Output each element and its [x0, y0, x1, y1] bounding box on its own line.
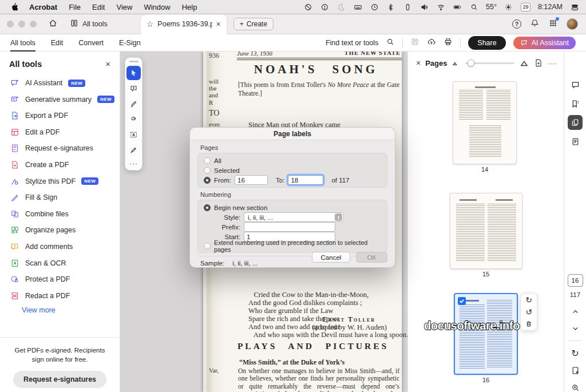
toolbar-tab-edit[interactable]: Edit [51, 34, 64, 52]
zoom-in-icon[interactable] [568, 380, 583, 392]
request-esignatures-button[interactable]: Request e-signatures [13, 371, 106, 388]
volume-icon[interactable] [419, 2, 429, 11]
minimize-window-button[interactable] [18, 21, 25, 27]
radio-all-pages[interactable] [204, 157, 211, 164]
view-more-link[interactable]: View more [22, 306, 116, 314]
sidebar-item-combine-files[interactable]: Combine files [8, 208, 116, 220]
highlight-tool-button[interactable] [126, 97, 141, 111]
moon-icon[interactable] [336, 2, 346, 11]
calendar-icon[interactable]: 29 [521, 3, 530, 11]
delete-page-icon[interactable] [525, 320, 533, 328]
upload-cloud-icon[interactable] [427, 37, 436, 48]
search-icon[interactable] [386, 37, 395, 48]
user-switch-icon[interactable] [570, 2, 579, 11]
ai-assistant-button[interactable]: AI Assistant [513, 37, 576, 49]
sidebar-item-fill-sign[interactable]: Fill & Sign [8, 191, 116, 204]
current-page-input[interactable]: 16 [568, 274, 583, 287]
thumbnail-checkbox[interactable] [458, 297, 466, 305]
zoom-out-thumbnails-icon[interactable] [452, 60, 460, 67]
toolbar-tab-esign[interactable]: E-Sign [119, 34, 141, 52]
spotlight-search-icon[interactable] [469, 2, 478, 11]
sidebar-item-edit-pdf[interactable]: Edit a PDF [8, 126, 116, 138]
radio-begin-new-section[interactable] [204, 204, 211, 211]
radio-extend-numbering[interactable] [204, 243, 211, 250]
drag-handle[interactable] [129, 61, 138, 62]
select-tool-button[interactable] [126, 66, 141, 80]
menu-window[interactable]: Window [144, 3, 170, 11]
prefix-input[interactable] [244, 222, 335, 232]
bookmarks-panel-icon[interactable] [568, 96, 583, 111]
sidebar-item-add-comments[interactable]: Add comments [8, 240, 116, 253]
menu-edit[interactable]: Edit [92, 3, 105, 11]
draw-tool-button[interactable] [126, 112, 141, 126]
pages-panel-close-icon[interactable]: × [416, 58, 421, 68]
clock-icon[interactable] [370, 2, 379, 11]
bluetooth-icon[interactable] [386, 2, 395, 11]
menu-help[interactable]: Help [182, 3, 197, 11]
print-icon[interactable] [444, 37, 453, 48]
slider-knob[interactable] [467, 60, 474, 67]
page-thumbnails-panel-icon[interactable] [568, 115, 583, 130]
do-not-disturb-icon[interactable] [303, 2, 312, 11]
star-icon[interactable]: ☆ [146, 19, 154, 29]
save-icon[interactable] [410, 37, 419, 48]
sidebar-item-generative-summary[interactable]: Generative summary NEW [8, 93, 116, 106]
toolbar-tab-all-tools[interactable]: All tools [10, 34, 35, 52]
ok-button[interactable]: OK [356, 252, 387, 263]
add-page-icon[interactable] [534, 58, 543, 68]
tab-all-tools[interactable]: All tools [69, 18, 108, 30]
thumbnail-size-slider[interactable] [465, 62, 515, 64]
add-comment-tool-button[interactable] [126, 81, 141, 96]
attachments-panel-icon[interactable] [568, 134, 583, 149]
from-page-input[interactable] [235, 175, 268, 185]
temperature[interactable]: 55° [486, 3, 497, 11]
rotate-page-icon[interactable]: ↻ [568, 346, 583, 361]
notifications-bell-icon[interactable] [530, 18, 540, 30]
style-select[interactable]: i, ii, iii, ... ▲▼ [244, 212, 344, 222]
privacy-icon[interactable] [320, 2, 329, 11]
page-thumbnail-16-selected[interactable] [454, 293, 518, 375]
sidebar-item-stylize-pdf[interactable]: Stylize this PDF NEW [8, 175, 116, 188]
toolbar-tab-convert[interactable]: Convert [78, 34, 104, 52]
sidebar-item-organize-pages[interactable]: Organize pages [8, 224, 116, 236]
add-text-tool-button[interactable] [126, 128, 141, 142]
tab-document[interactable]: ☆ Poems 1936-39.pdf × [141, 14, 227, 34]
sidebar-item-scan-ocr[interactable]: Scan & OCR [8, 257, 116, 270]
device-icon[interactable] [403, 2, 412, 11]
comments-panel-icon[interactable] [568, 77, 583, 92]
fill-sign-tool-button[interactable] [126, 143, 141, 157]
find-text-label[interactable]: Find text or tools [326, 39, 378, 47]
previous-page-icon[interactable] [568, 304, 583, 319]
radio-selected-pages[interactable] [204, 167, 211, 174]
create-button[interactable]: + Create [233, 18, 274, 30]
to-page-input[interactable] [288, 175, 323, 185]
sidebar-item-ai-assistant[interactable]: AI Assistant NEW [8, 77, 116, 89]
pages-more-options-button[interactable]: ··· [548, 59, 557, 68]
apps-grid-icon[interactable] [548, 18, 558, 30]
close-tab-icon[interactable]: × [216, 20, 221, 28]
next-page-icon[interactable] [568, 321, 583, 336]
wifi-icon[interactable] [436, 2, 445, 11]
apple-icon[interactable] [10, 2, 19, 11]
rotate-counterclockwise-icon[interactable]: ↺ [525, 308, 532, 316]
menu-view[interactable]: View [116, 3, 132, 11]
page-thumbnail-15[interactable] [450, 193, 522, 269]
keyboard-icon[interactable] [353, 2, 362, 11]
help-icon[interactable]: ? [512, 19, 521, 29]
sidebar-item-create-pdf[interactable]: Create a PDF [8, 159, 116, 171]
home-icon[interactable] [48, 18, 58, 30]
close-window-button[interactable] [7, 21, 14, 27]
radio-from-range[interactable] [204, 177, 211, 184]
more-tools-button[interactable]: ··· [125, 160, 142, 168]
sun-icon[interactable] [504, 2, 513, 11]
share-button[interactable]: Share [468, 36, 505, 50]
user-avatar[interactable] [567, 18, 578, 30]
zoom-in-thumbnails-icon[interactable] [520, 58, 529, 68]
sidebar-item-request-esignatures[interactable]: Request e-signatures [8, 142, 116, 155]
sidebar-item-export-pdf[interactable]: Export a PDF [8, 109, 116, 122]
rotate-clockwise-icon[interactable]: ↻ [525, 296, 532, 304]
sidebar-item-protect-pdf[interactable]: Protect a PDF [8, 273, 116, 286]
sidebar-close-icon[interactable]: × [105, 59, 110, 69]
actual-size-icon[interactable] [568, 363, 583, 378]
cancel-button[interactable]: Cancel [312, 252, 351, 263]
